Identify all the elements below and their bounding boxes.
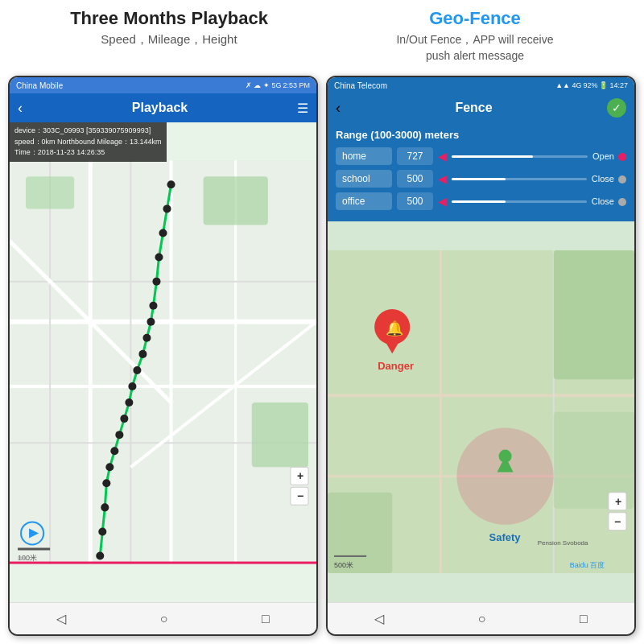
speed-info: speed：0km Northbound Mileage：13.144km: [14, 137, 162, 148]
status-bar-left: China Mobile ✗ ☁ ✦ 5G 2:53 PM: [10, 77, 316, 93]
svg-point-22: [142, 334, 151, 342]
svg-point-19: [152, 278, 160, 286]
svg-rect-14: [252, 402, 308, 467]
arrow-icon-school: ◀: [438, 172, 447, 185]
range-label: Range (100-3000) meters: [336, 129, 626, 141]
svg-text:−: −: [614, 515, 621, 528]
fence-row-office: ◀ Close: [336, 192, 626, 210]
status-office: Close: [592, 196, 626, 206]
svg-text:🔔: 🔔: [386, 320, 404, 337]
home-nav-right[interactable]: ○: [478, 612, 486, 626]
fence-list: Range (100-3000) meters ◀ Open ◀ Clo: [328, 122, 634, 221]
carrier-right: China Telecom: [334, 81, 387, 90]
svg-text:Baidu 百度: Baidu 百度: [570, 561, 605, 569]
svg-point-23: [138, 350, 147, 358]
geo-map: Safety 🔔 Danger 500米 Baidu 百度 Pension Sv…: [328, 221, 634, 602]
svg-point-29: [110, 447, 118, 455]
square-nav-left[interactable]: □: [262, 612, 270, 626]
right-section: Geo-Fence In/Out Fence，APP will receive …: [322, 8, 628, 64]
svg-point-31: [102, 479, 110, 487]
svg-text:Danger: Danger: [378, 360, 414, 372]
slider-school[interactable]: [452, 178, 587, 180]
svg-text:500米: 500米: [334, 561, 353, 569]
fence-value-home[interactable]: [397, 147, 433, 165]
top-header: Three Months Playback Speed，Mileage，Heig…: [0, 0, 644, 76]
menu-icon-left[interactable]: ☰: [297, 101, 308, 116]
svg-point-17: [159, 229, 167, 237]
arrow-icon-office: ◀: [438, 195, 447, 208]
back-nav-right[interactable]: ◁: [374, 611, 384, 626]
time-left: 2:53 PM: [283, 81, 310, 89]
signal-icons: ✗ ☁ ✦ 5G: [246, 81, 282, 89]
fence-name-school[interactable]: [336, 170, 392, 188]
home-nav-left[interactable]: ○: [160, 612, 168, 626]
playback-subtitle: Speed，Mileage，Height: [16, 32, 322, 47]
left-section: Three Months Playback Speed，Mileage，Heig…: [16, 8, 322, 64]
fence-name-home[interactable]: [336, 147, 392, 165]
status-school: Close: [592, 174, 626, 184]
geo-title: Geo-Fence: [322, 8, 628, 29]
carrier-left: China Mobile: [16, 81, 63, 90]
device-info: device：303C_09993 [359339075909993]: [14, 126, 162, 137]
square-nav-right[interactable]: □: [580, 612, 588, 626]
svg-point-30: [105, 463, 114, 471]
geo-subtitle: In/Out Fence，APP will receive push alert…: [322, 32, 628, 64]
time-right: 14:27: [609, 81, 628, 89]
svg-point-18: [155, 254, 163, 262]
map-svg: 100米 Bai + −: [10, 122, 316, 602]
fence-value-office[interactable]: [397, 192, 433, 210]
bottom-nav-left: ◁ ○ □: [10, 602, 316, 634]
svg-point-56: [499, 450, 512, 463]
svg-point-32: [101, 504, 109, 512]
wifi-icon: ▲▲ 4G: [555, 81, 581, 89]
svg-point-15: [167, 181, 175, 189]
svg-rect-62: [334, 555, 366, 557]
fence-title: Fence: [455, 101, 492, 115]
svg-point-26: [125, 398, 133, 407]
slider-home[interactable]: [452, 155, 588, 158]
fence-name-office[interactable]: [336, 192, 392, 210]
svg-point-16: [163, 205, 171, 213]
svg-text:Bai: Bai: [18, 555, 27, 562]
battery-right: 92%: [583, 81, 597, 89]
svg-text:−: −: [297, 490, 303, 503]
svg-text:+: +: [615, 495, 621, 508]
svg-rect-42: [10, 562, 316, 564]
back-button-left[interactable]: ‹: [18, 100, 23, 117]
svg-rect-51: [554, 250, 634, 379]
back-nav-left[interactable]: ◁: [56, 611, 66, 626]
app-title-left: Playback: [132, 101, 188, 115]
bottom-nav-right: ◁ ○ □: [328, 602, 634, 634]
svg-point-25: [128, 382, 136, 390]
back-button-right[interactable]: ‹: [336, 100, 341, 117]
svg-point-24: [133, 366, 141, 374]
svg-text:+: +: [297, 469, 303, 482]
playback-info: device：303C_09993 [359339075909993] spee…: [10, 122, 167, 162]
arrow-icon-home: ◀: [438, 150, 447, 163]
svg-point-27: [120, 415, 128, 423]
status-bar-right: China Telecom ▲▲ 4G 92% 🔋 14:27: [328, 77, 634, 93]
playback-map: device：303C_09993 [359339075909993] spee…: [10, 122, 316, 602]
svg-point-34: [96, 552, 104, 560]
svg-rect-13: [26, 176, 74, 208]
playback-title: Three Months Playback: [16, 8, 322, 29]
phone-right: China Telecom ▲▲ 4G 92% 🔋 14:27 ‹ Fence …: [326, 76, 636, 636]
svg-point-33: [98, 528, 106, 536]
fence-value-school[interactable]: [397, 170, 433, 188]
svg-point-28: [115, 431, 123, 439]
svg-text:Safety: Safety: [489, 531, 522, 543]
app-bar-left: ‹ Playback ☰: [10, 93, 316, 122]
fence-row-home: ◀ Open: [336, 147, 626, 165]
svg-rect-35: [18, 548, 50, 551]
svg-point-20: [149, 302, 157, 310]
phone-left: China Mobile ✗ ☁ ✦ 5G 2:53 PM ‹ Playback…: [8, 76, 318, 636]
status-icons-right: ▲▲ 4G 92% 🔋 14:27: [555, 81, 628, 89]
fence-row-school: ◀ Close: [336, 170, 626, 188]
svg-rect-12: [204, 176, 268, 225]
confirm-button[interactable]: ✓: [607, 98, 626, 118]
svg-point-21: [147, 318, 155, 326]
svg-text:Pension Svoboda: Pension Svoboda: [538, 539, 588, 547]
geo-map-svg: Safety 🔔 Danger 500米 Baidu 百度 Pension Sv…: [328, 221, 634, 602]
slider-office[interactable]: [452, 200, 587, 203]
playback-map-area: device：303C_09993 [359339075909993] spee…: [10, 122, 316, 602]
